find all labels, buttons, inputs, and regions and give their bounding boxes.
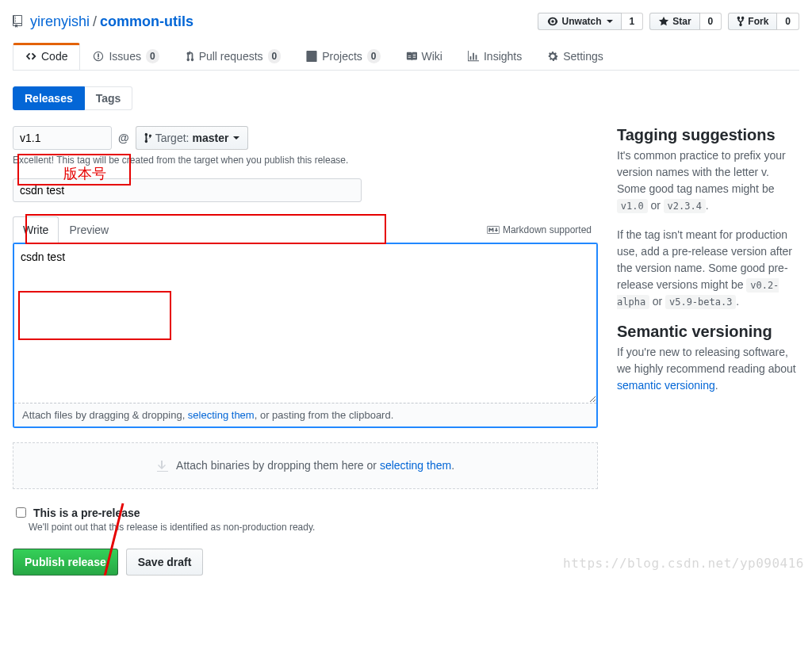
prerelease-label[interactable]: This is a pre-release xyxy=(13,505,598,520)
nav-code[interactable]: Code xyxy=(13,43,80,70)
repo-separator: / xyxy=(93,13,97,30)
target-value: master xyxy=(192,132,228,144)
project-icon xyxy=(306,51,317,62)
attach-files-row[interactable]: Attach files by dragging & dropping, sel… xyxy=(14,403,596,426)
nav-issues-label: Issues xyxy=(109,50,140,63)
star-label: Star xyxy=(672,16,691,27)
publish-release-button[interactable]: Publish release xyxy=(13,549,118,576)
nav-insights-label: Insights xyxy=(484,50,522,63)
attach-text-post: , or pasting from the clipboard. xyxy=(255,409,394,421)
fork-icon xyxy=(737,16,745,27)
subnav-releases[interactable]: Releases xyxy=(13,86,85,110)
graph-icon xyxy=(468,51,479,62)
nav-insights[interactable]: Insights xyxy=(455,43,534,70)
unwatch-button[interactable]: Unwatch xyxy=(538,13,622,30)
bin-text-post: . xyxy=(451,459,454,472)
issues-counter: 0 xyxy=(146,49,159,63)
prerelease-text: This is a pre-release xyxy=(33,507,140,519)
semver-link[interactable]: semantic versioning xyxy=(617,379,715,392)
target-branch-select[interactable]: Target: master xyxy=(136,126,249,150)
markdown-hint[interactable]: Markdown supported xyxy=(487,224,598,235)
nav-settings[interactable]: Settings xyxy=(534,43,616,70)
nav-wiki-label: Wiki xyxy=(422,50,442,63)
release-body-textarea[interactable] xyxy=(14,244,596,403)
issue-icon xyxy=(93,51,104,62)
book-icon xyxy=(406,51,417,62)
pulls-counter: 0 xyxy=(268,49,282,63)
tab-write[interactable]: Write xyxy=(13,216,59,243)
at-symbol: @ xyxy=(118,132,129,144)
tag-version-input[interactable] xyxy=(13,126,112,150)
branch-icon xyxy=(144,132,152,143)
sidebar-heading-semver: Semantic versioning xyxy=(617,323,799,341)
unwatch-label: Unwatch xyxy=(562,16,602,27)
prerelease-help: We'll point out that this release is ide… xyxy=(29,522,598,533)
nav-projects[interactable]: Projects 0 xyxy=(293,43,393,70)
sidebar-p2: If the tag isn't meant for production us… xyxy=(617,227,799,310)
star-count[interactable]: 0 xyxy=(700,13,722,30)
tag-note: Excellent! This tag will be created from… xyxy=(13,155,598,166)
nav-code-label: Code xyxy=(41,50,67,63)
attach-select-link[interactable]: selecting them xyxy=(188,409,255,421)
repo-icon xyxy=(13,15,25,28)
fork-count[interactable]: 0 xyxy=(777,13,799,30)
nav-issues[interactable]: Issues 0 xyxy=(80,43,171,70)
pr-icon xyxy=(185,51,194,62)
bin-text-pre: Attach binaries by dropping them here or xyxy=(176,459,380,472)
unwatch-count[interactable]: 1 xyxy=(622,13,644,30)
tab-preview[interactable]: Preview xyxy=(59,216,119,243)
code-icon xyxy=(25,51,36,62)
markdown-hint-label: Markdown supported xyxy=(503,224,592,235)
nav-projects-label: Projects xyxy=(322,50,362,63)
prerelease-checkbox[interactable] xyxy=(16,507,26,518)
releases-subnav: Releases Tags xyxy=(13,86,799,110)
star-button[interactable]: Star xyxy=(649,13,699,30)
binaries-dropzone[interactable]: Attach binaries by dropping them here or… xyxy=(13,442,598,489)
target-label: Target: xyxy=(155,132,190,144)
save-draft-button[interactable]: Save draft xyxy=(126,549,204,576)
download-icon xyxy=(156,460,169,472)
repo-owner-link[interactable]: yirenyishi xyxy=(30,13,90,30)
release-title-input[interactable] xyxy=(13,178,362,202)
fork-button[interactable]: Fork xyxy=(728,13,777,30)
sidebar-p1: It's common practice to prefix your vers… xyxy=(617,147,799,214)
nav-pulls-label: Pull requests xyxy=(199,50,263,63)
fork-label: Fork xyxy=(748,16,768,27)
sidebar-heading-tagging: Tagging suggestions xyxy=(617,126,799,144)
star-icon xyxy=(658,16,669,27)
repo-name-link[interactable]: common-utils xyxy=(100,13,193,30)
markdown-icon xyxy=(487,225,500,235)
repo-title: yirenyishi / common-utils xyxy=(13,13,193,30)
projects-counter: 0 xyxy=(367,49,381,63)
subnav-tags[interactable]: Tags xyxy=(85,86,133,110)
nav-settings-label: Settings xyxy=(563,50,603,63)
repo-nav: Code Issues 0 Pull requests 0 Projects 0… xyxy=(13,43,799,71)
gear-icon xyxy=(547,51,558,62)
sidebar-p3: If you're new to releasing software, we … xyxy=(617,344,799,394)
attach-text-pre: Attach files by dragging & dropping, xyxy=(22,409,188,421)
nav-pulls[interactable]: Pull requests 0 xyxy=(172,43,294,70)
nav-wiki[interactable]: Wiki xyxy=(393,43,455,70)
bin-select-link[interactable]: selecting them xyxy=(380,459,451,472)
eye-icon xyxy=(546,16,559,27)
